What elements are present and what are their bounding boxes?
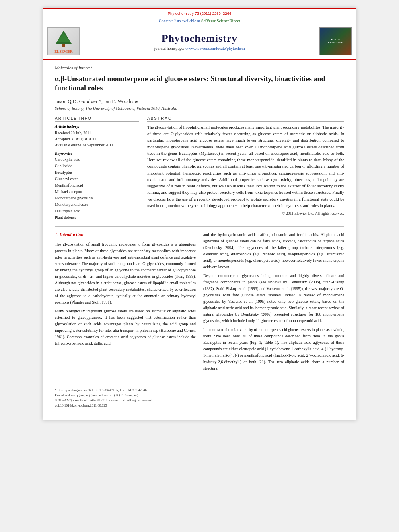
keyword-item: Glucosyl ester (55, 176, 139, 182)
keywords-section: Keywords: Carboxylic acidCunilosideEucal… (55, 151, 139, 221)
phytochemistry-logo: PHYTOCHEMISTRY (319, 27, 352, 55)
phytochemistry-logo-text: PHYTOCHEMISTRY (328, 38, 343, 45)
keyword-item: Plant defence (55, 214, 139, 221)
body-text: 1. Introduction The glycosylation of sma… (55, 232, 344, 374)
keyword-item: Michael acceptor (55, 189, 139, 195)
body-col1-paragraphs: The glycosylation of small lipophilic mo… (55, 241, 196, 347)
footer-notes: * Corresponding author. Tel.: +61 3 8344… (43, 382, 356, 408)
article-info-header: ARTICLE INFO (55, 116, 139, 122)
article-history: Article history: Received 20 July 2011 A… (55, 124, 139, 148)
keyword-item: Eucalyptus (55, 169, 139, 176)
journal-homepage: journal homepage: www.elsevier.com/locat… (80, 46, 319, 51)
journal-title-center: Phytochemistry journal homepage: www.els… (80, 33, 319, 51)
body-paragraph: Despite monoterpene glycosides being com… (203, 273, 344, 324)
body-paragraph: In contrast to the relative rarity of mo… (203, 327, 344, 372)
authors: Jason Q.D. Goodger *, Ian E. Woodrow (55, 98, 344, 105)
journal-title: Phytochemistry (80, 33, 319, 45)
available-date: Available online 24 September 2011 (55, 142, 139, 148)
keywords-list: Carboxylic acidCunilosideEucalyptusGluco… (55, 156, 139, 221)
keywords-label: Keywords: (55, 151, 139, 156)
accepted-date: Accepted 31 August 2011 (55, 136, 139, 142)
keyword-item: Menthiafolic acid (55, 182, 139, 189)
svg-marker-2 (57, 33, 70, 42)
copyright-line: © 2011 Elsevier Ltd. All rights reserved… (147, 212, 344, 216)
section-divider (55, 226, 344, 227)
elsevier-text: ELSEVIER (54, 49, 73, 53)
body-paragraph: and the hydroxycinnamic acids caffeic, c… (203, 232, 344, 270)
abstract-header: ABSTRACT (147, 116, 344, 122)
body-col2-paragraphs: and the hydroxycinnamic acids caffeic, c… (203, 232, 344, 372)
article-title: α,β-Unsaturated monoterpene acid glucose… (55, 74, 344, 93)
section-tag: Molecules of Interest (55, 64, 92, 71)
body-paragraph: The glycosylation of small lipophilic mo… (55, 241, 196, 306)
doi-note: doi:10.1016/j.phytochem.2011.08.025 (55, 403, 344, 408)
issn-note: 0031-9422/$ - see front matter © 2011 El… (55, 398, 344, 403)
article-info-column: ARTICLE INFO Article history: Received 2… (55, 116, 139, 221)
contents-bar: Contents lists available at SciVerse Sci… (43, 17, 356, 24)
article-info-abstract: ARTICLE INFO Article history: Received 2… (55, 116, 344, 221)
journal-homepage-link[interactable]: www.elsevier.com/locate/phytochem (185, 46, 245, 51)
section1-heading: 1. Introduction (55, 232, 196, 239)
elsevier-logo: ELSEVIER (47, 27, 80, 55)
affiliation: School of Botany, The University of Melb… (55, 106, 344, 111)
corresponding-note: * Corresponding author. Tel.: +61 3 8344… (55, 388, 344, 393)
keyword-item: Cuniloside (55, 163, 139, 169)
body-col-right: and the hydroxycinnamic acids caffeic, c… (203, 232, 344, 374)
keyword-item: Monoterpenoid ester (55, 201, 139, 208)
journal-header: Contents lists available at SciVerse Sci… (43, 17, 356, 60)
history-label: Article history: (55, 124, 139, 129)
journal-reference: Phytochemistry 72 (2011) 2259–2266 (43, 10, 356, 17)
sciverse-link[interactable]: SciVerse ScienceDirect (201, 18, 240, 23)
keyword-item: Monoterpene glycoside (55, 195, 139, 201)
article-content: Molecules of Interest α,β-Unsaturated mo… (43, 60, 356, 378)
keyword-item: Oleuropeic acid (55, 208, 139, 214)
abstract-column: ABSTRACT The glycosylation of lipophilic… (147, 116, 344, 221)
article-page: Phytochemistry 72 (2011) 2259–2266 Conte… (43, 8, 356, 420)
red-accent-line (43, 8, 356, 9)
contents-text: Contents lists available at (159, 18, 200, 23)
keyword-item: Carboxylic acid (55, 156, 139, 163)
body-paragraph: Many biologically important glucose este… (55, 308, 196, 347)
abstract-text: The glycosylation of lipophilic small mo… (147, 124, 344, 209)
journal-banner: ELSEVIER Phytochemistry journal homepage… (43, 24, 356, 59)
email-note: E-mail address: jgoodger@unimelb.edu.au … (55, 393, 344, 398)
footnote-divider (55, 386, 103, 386)
body-col-left: 1. Introduction The glycosylation of sma… (55, 232, 196, 374)
received-date: Received 20 July 2011 (55, 130, 139, 136)
